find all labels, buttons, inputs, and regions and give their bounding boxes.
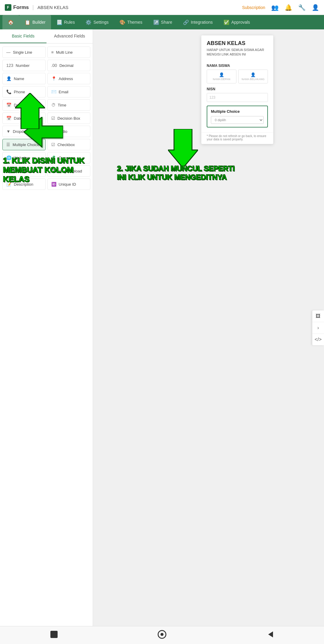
subscription-link[interactable]: Subscription	[242, 5, 265, 10]
website-icon: 🌐	[6, 155, 11, 160]
field-decision-box[interactable]: ☑ Decision Box	[47, 112, 91, 124]
code-btn[interactable]: </>	[312, 334, 324, 345]
top-bar-right: Subscription 👥 🔔 🔧 👤	[242, 4, 319, 11]
people-icon[interactable]: 👥	[271, 4, 279, 11]
field-radio[interactable]: ◎ Radio	[47, 126, 91, 137]
form-name-row: 👤 NAMA DEPAN 👤 NAMA BELAKANG	[207, 70, 268, 83]
form-nama-belakang-box[interactable]: 👤 NAMA BELAKANG	[238, 70, 268, 83]
bell-icon[interactable]: 🔔	[285, 4, 292, 11]
form-mc-select[interactable]: 0 dipilih	[211, 116, 264, 124]
tab-themes-label: Themes	[127, 20, 142, 25]
field-time[interactable]: ⏱ Time	[47, 99, 91, 111]
field-dropdown[interactable]: ▼ Dropdown	[2, 126, 46, 137]
expand-btn[interactable]: ›	[312, 322, 324, 334]
field-file-upload[interactable]: 📎 File Upload	[2, 165, 46, 177]
field-email-label: Email	[59, 90, 69, 94]
field-phone[interactable]: 📞 Phone	[2, 86, 46, 97]
nama-depan-icon: 👤	[219, 72, 224, 77]
field-number[interactable]: 123 Number	[2, 60, 46, 71]
field-dropdown-label: Dropdown	[13, 129, 31, 134]
tools-icon[interactable]: 🔧	[298, 4, 306, 11]
description-icon: 📝	[6, 182, 11, 187]
nama-depan-sublabel: NAMA DEPAN	[213, 78, 230, 81]
email-icon: ✉️	[51, 89, 56, 94]
top-bar: F Forms | ABSEN KELAS Subscription 👥 🔔 🔧…	[0, 0, 324, 15]
field-unique-id[interactable]: 🆔 Unique ID	[47, 178, 91, 190]
field-checkbox[interactable]: ☑ Checkbox	[47, 139, 91, 150]
integrations-icon: 🔗	[183, 19, 189, 25]
field-currency-label: Currency	[59, 156, 75, 160]
tab-approvals[interactable]: ✅ Approvals	[218, 15, 255, 29]
field-description[interactable]: 📝 Description	[2, 178, 46, 190]
multiple-choice-icon: ☰	[6, 142, 10, 147]
nama-belakang-sublabel: NAMA BELAKANG	[242, 78, 265, 81]
radio-icon: ◎	[51, 129, 55, 134]
multi-line-icon: ≡	[51, 50, 54, 55]
field-name[interactable]: 👤 Name	[2, 73, 46, 84]
tab-advanced-fields[interactable]: Advanced Fields	[46, 29, 93, 43]
field-single-line[interactable]: — Single Line	[2, 46, 46, 58]
form-header-subtitle: HARAP UNTUK SEMUA SISWA AGAR MENGISI LIN…	[207, 48, 268, 57]
form-title-bar: ABSEN KELAS	[38, 5, 68, 10]
tab-themes[interactable]: 🎨 Themes	[114, 15, 148, 29]
field-multi-line[interactable]: ≡ Multi Line	[47, 46, 91, 58]
tab-settings-label: Settings	[93, 20, 109, 25]
field-multi-line-label: Multi Line	[56, 50, 73, 55]
field-date-time[interactable]: 📅 Date-Time	[2, 112, 46, 124]
form-body: NAMA SISWA 👤 NAMA DEPAN 👤 NAMA BELAKANG …	[201, 61, 273, 132]
field-multiple-choice-label: Multiple Choice	[13, 142, 39, 147]
share-preview-btn[interactable]: 🖼	[312, 310, 324, 322]
user-icon[interactable]: 👤	[312, 4, 319, 11]
tab-integrations[interactable]: 🔗 Integrations	[178, 15, 218, 29]
field-time-label: Time	[58, 103, 66, 107]
field-address[interactable]: 📍 Address	[47, 73, 91, 84]
field-multiple-choice[interactable]: ☰ Multiple Choice	[2, 139, 46, 150]
form-field-nisn-label: NISN	[207, 87, 268, 91]
form-mc-box[interactable]: Multiple Choice 0 dipilih	[207, 106, 268, 127]
center-area: ABSEN KELAS HARAP UNTUK SEMUA SISWA AGAR…	[93, 29, 324, 626]
fields-grid: — Single Line ≡ Multi Line 123 Number .0…	[0, 43, 93, 193]
main-layout: Basic Fields Advanced Fields — Single Li…	[0, 29, 324, 626]
tab-basic-fields[interactable]: Basic Fields	[0, 29, 46, 43]
field-currency[interactable]: 💲 Currency	[47, 152, 91, 163]
approvals-icon: ✅	[224, 19, 230, 25]
field-decimal[interactable]: .00 Decimal	[47, 60, 91, 71]
field-website-label: Website	[14, 156, 28, 160]
tab-settings[interactable]: ⚙️ Settings	[80, 15, 114, 29]
field-image-upload[interactable]: 🖼 Image Upload	[47, 165, 91, 177]
date-time-icon: 📅	[6, 116, 11, 121]
name-icon: 👤	[6, 76, 11, 81]
tab-builder[interactable]: 📋 Builder	[19, 15, 51, 29]
nama-belakang-icon: 👤	[250, 72, 256, 77]
form-field-nama-label: NAMA SISWA	[207, 64, 268, 68]
decimal-icon: .00	[51, 63, 57, 68]
form-preview: ABSEN KELAS HARAP UNTUK SEMUA SISWA AGAR…	[201, 35, 273, 144]
field-decimal-label: Decimal	[59, 63, 74, 68]
field-name-label: Name	[14, 76, 24, 81]
tab-home[interactable]: 🏠	[2, 15, 19, 29]
tab-rules-label: Rules	[64, 20, 75, 25]
field-website[interactable]: 🌐 Website	[2, 152, 46, 163]
tab-builder-label: Builder	[32, 20, 46, 25]
rules-icon: 📃	[56, 19, 62, 25]
form-nama-depan-box[interactable]: 👤 NAMA DEPAN	[207, 70, 236, 83]
tab-share[interactable]: ↗️ Share	[148, 15, 178, 29]
form-footer: * Please do not refresh or go back, to e…	[201, 132, 273, 144]
field-email[interactable]: ✉️ Email	[47, 86, 91, 97]
field-checkbox-label: Checkbox	[58, 142, 75, 147]
number-icon: 123	[6, 63, 13, 68]
settings-icon: ⚙️	[86, 19, 92, 25]
form-mc-label: Multiple Choice	[211, 109, 264, 114]
field-date[interactable]: 📅 Date	[2, 99, 46, 111]
field-phone-label: Phone	[14, 90, 25, 94]
tab-share-label: Share	[161, 20, 172, 25]
field-single-line-label: Single Line	[13, 50, 32, 55]
decision-box-icon: ☑	[51, 116, 55, 121]
logo-icon: F	[5, 4, 11, 11]
nav-tabs: 🏠 📋 Builder 📃 Rules ⚙️ Settings 🎨 Themes…	[0, 15, 324, 29]
nisn-placeholder: 123	[209, 95, 215, 100]
app-name: Forms	[13, 4, 29, 10]
file-upload-icon: 📎	[6, 169, 11, 173]
tab-rules[interactable]: 📃 Rules	[51, 15, 80, 29]
field-radio-label: Radio	[57, 129, 68, 134]
